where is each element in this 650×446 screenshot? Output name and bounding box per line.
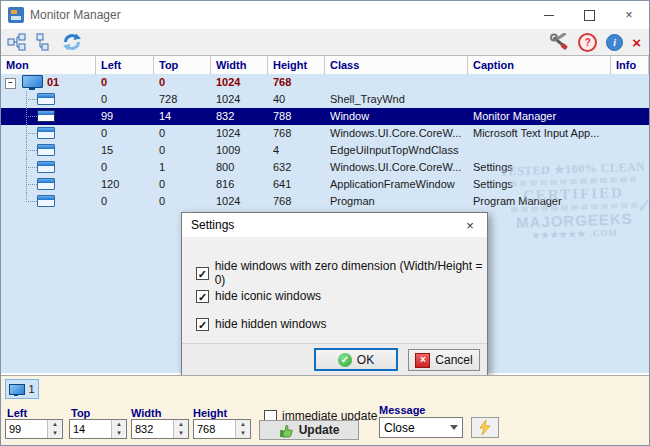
column-header-info[interactable]: Info — [611, 56, 649, 74]
cell-class: EdgeUiInputTopWndClass — [325, 142, 468, 159]
table-row-monitor[interactable]: − 01 0 0 1024 768 — [1, 74, 649, 91]
cell-caption: Monitor Manager — [468, 108, 611, 125]
collapse-tree-button[interactable] — [33, 31, 49, 53]
spin-down-icon[interactable]: ▼ — [236, 429, 250, 438]
title-bar: Monitor Manager × — [1, 1, 649, 29]
checkbox-hide-hidden[interactable]: ✓ hide hidden windows — [196, 317, 326, 331]
checkbox-hide-zero-dimension[interactable]: ✓ hide windows with zero dimension (Widt… — [196, 259, 487, 287]
cell-top: 1 — [154, 159, 211, 176]
cell-info — [611, 108, 649, 125]
cell-left: 0 — [96, 125, 154, 142]
cell-height: 768 — [268, 193, 325, 210]
width-input[interactable]: 832 ▲▼ — [131, 419, 189, 439]
expand-tree-button[interactable] — [7, 31, 27, 53]
cell-caption — [468, 142, 611, 159]
column-header-class[interactable]: Class — [325, 56, 468, 74]
ok-button[interactable]: ✓ OK — [314, 348, 398, 371]
cell-top: 0 — [154, 125, 211, 142]
dialog-footer: ✓ OK × Cancel — [182, 343, 487, 375]
dialog-title: Settings — [191, 218, 234, 232]
tree-collapse-icon[interactable]: − — [5, 78, 16, 89]
spin-down-icon[interactable]: ▼ — [48, 429, 62, 438]
cell-height: 788 — [268, 108, 325, 125]
cell-class: ApplicationFrameWindow — [325, 176, 468, 193]
message-select[interactable]: Close — [379, 417, 463, 438]
cell-info — [611, 159, 649, 176]
spin-down-icon[interactable]: ▼ — [174, 429, 188, 438]
window-icon — [37, 127, 55, 139]
table-row[interactable]: 0 1 800 632 Windows.UI.Core.CoreW... Set… — [1, 159, 649, 176]
left-label: Left — [7, 407, 27, 419]
left-input[interactable]: 99 ▲▼ — [5, 419, 63, 439]
cell-left: 120 — [96, 176, 154, 193]
top-input[interactable]: 14 ▲▼ — [69, 419, 127, 439]
cell-height: 4 — [268, 142, 325, 159]
checkbox-label: hide windows with zero dimension (Width/… — [215, 259, 487, 287]
help-icon: ? — [585, 37, 591, 48]
toolbar: ? i × — [1, 29, 649, 56]
close-button[interactable]: × — [609, 1, 649, 29]
expand-tree-icon — [7, 33, 27, 51]
dialog-title-bar: Settings × — [182, 213, 487, 237]
column-header-left[interactable]: Left — [96, 56, 154, 74]
cell-top: 0 — [154, 176, 211, 193]
top-label: Top — [71, 407, 90, 419]
table-row[interactable]: 120 0 816 641 ApplicationFrameWindow Set… — [1, 176, 649, 193]
cell-height: 768 — [268, 125, 325, 142]
dialog-close-button[interactable]: × — [453, 218, 487, 233]
about-button[interactable]: i — [606, 34, 623, 51]
window-icon — [37, 110, 55, 122]
table-row[interactable]: 0 728 1024 40 Shell_TrayWnd — [1, 91, 649, 108]
cell-height: 641 — [268, 176, 325, 193]
cell-caption — [468, 91, 611, 108]
table-row-selected[interactable]: 99 14 832 788 Window Monitor Manager — [1, 108, 649, 125]
spin-up-icon[interactable]: ▲ — [174, 420, 188, 429]
spin-down-icon[interactable]: ▼ — [112, 429, 126, 438]
spin-up-icon[interactable]: ▲ — [112, 420, 126, 429]
update-button-label: Update — [299, 423, 340, 437]
settings-dialog: Settings × ✓ hide windows with zero dime… — [181, 212, 488, 376]
checkbox-hide-iconic[interactable]: ✓ hide iconic windows — [196, 289, 321, 303]
height-value: 768 — [194, 420, 235, 438]
cell-left: 15 — [96, 142, 154, 159]
collapse-tree-icon — [33, 33, 49, 51]
spin-up-icon[interactable]: ▲ — [236, 420, 250, 429]
monitor-1-toggle-button[interactable]: 1 — [5, 379, 39, 399]
cell-top: 728 — [154, 91, 211, 108]
cell-top: 0 — [154, 142, 211, 159]
cancel-button[interactable]: × Cancel — [408, 349, 480, 371]
table-row[interactable]: 0 0 1024 768 Windows.UI.Core.CoreW... Mi… — [1, 125, 649, 142]
monitor-button-label: 1 — [28, 383, 34, 395]
table-header: Mon Left Top Width Height Class Caption … — [1, 56, 649, 74]
height-input[interactable]: 768 ▲▼ — [193, 419, 251, 439]
column-header-height[interactable]: Height — [268, 56, 325, 74]
column-header-mon[interactable]: Mon — [1, 56, 96, 74]
column-header-top[interactable]: Top — [154, 56, 211, 74]
table-row[interactable]: 0 0 1024 768 Progman Program Manager — [1, 193, 649, 210]
minimize-button[interactable] — [529, 1, 569, 29]
exit-button[interactable]: × — [632, 31, 641, 53]
column-header-width[interactable]: Width — [211, 56, 268, 74]
checkbox-label: hide hidden windows — [215, 317, 326, 331]
table-row[interactable]: 15 0 1009 4 EdgeUiInputTopWndClass — [1, 142, 649, 159]
cell-top: 0 — [154, 74, 211, 91]
cell-info — [611, 91, 649, 108]
cell-width: 832 — [211, 108, 268, 125]
help-button[interactable]: ? — [578, 33, 597, 52]
send-message-button[interactable] — [471, 417, 499, 438]
cell-width: 1024 — [211, 193, 268, 210]
cell-top: 14 — [154, 108, 211, 125]
cell-info — [611, 142, 649, 159]
maximize-button[interactable] — [569, 1, 609, 29]
ok-check-icon: ✓ — [338, 353, 352, 367]
update-button[interactable]: Update — [259, 420, 359, 440]
refresh-button[interactable] — [61, 31, 83, 53]
monitor-icon — [22, 75, 43, 88]
cell-caption — [468, 74, 611, 91]
checkbox-label: hide iconic windows — [215, 289, 321, 303]
spin-up-icon[interactable]: ▲ — [48, 420, 62, 429]
settings-button[interactable] — [549, 31, 569, 53]
close-icon: × — [625, 8, 632, 22]
cell-info — [611, 125, 649, 142]
column-header-caption[interactable]: Caption — [468, 56, 611, 74]
